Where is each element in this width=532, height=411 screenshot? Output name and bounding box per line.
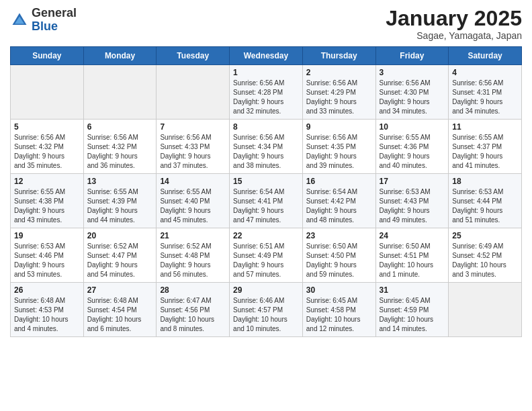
day-number: 28 xyxy=(160,285,226,295)
calendar-cell: 28Sunrise: 6:47 AM Sunset: 4:56 PM Dayli… xyxy=(157,283,230,337)
day-info: Sunrise: 6:56 AM Sunset: 4:32 PM Dayligh… xyxy=(14,133,80,171)
weekday-header: Sunday xyxy=(11,47,84,65)
day-number: 19 xyxy=(14,231,80,240)
day-number: 27 xyxy=(87,285,153,295)
day-info: Sunrise: 6:50 AM Sunset: 4:51 PM Dayligh… xyxy=(380,242,445,279)
calendar-cell: 3Sunrise: 6:56 AM Sunset: 4:30 PM Daylig… xyxy=(375,65,449,120)
day-info: Sunrise: 6:54 AM Sunset: 4:42 PM Dayligh… xyxy=(306,187,372,225)
day-number: 31 xyxy=(380,285,445,295)
day-info: Sunrise: 6:54 AM Sunset: 4:41 PM Dayligh… xyxy=(233,187,299,225)
weekday-header: Wednesday xyxy=(230,47,303,65)
logo: General Blue xyxy=(10,7,77,34)
calendar-cell: 14Sunrise: 6:55 AM Sunset: 4:40 PM Dayli… xyxy=(157,174,230,228)
weekday-header: Saturday xyxy=(449,47,522,65)
day-info: Sunrise: 6:56 AM Sunset: 4:32 PM Dayligh… xyxy=(87,133,153,171)
calendar-cell: 7Sunrise: 6:56 AM Sunset: 4:33 PM Daylig… xyxy=(157,120,230,174)
calendar-cell: 12Sunrise: 6:55 AM Sunset: 4:38 PM Dayli… xyxy=(11,174,84,228)
day-number: 18 xyxy=(452,177,518,186)
logo-icon xyxy=(10,11,29,30)
day-info: Sunrise: 6:56 AM Sunset: 4:33 PM Dayligh… xyxy=(160,133,226,171)
weekday-header: Monday xyxy=(83,47,157,65)
calendar-cell: 23Sunrise: 6:50 AM Sunset: 4:50 PM Dayli… xyxy=(302,228,375,283)
day-number: 12 xyxy=(14,177,80,186)
day-info: Sunrise: 6:56 AM Sunset: 4:35 PM Dayligh… xyxy=(306,133,372,171)
calendar-cell: 8Sunrise: 6:56 AM Sunset: 4:34 PM Daylig… xyxy=(230,120,303,174)
day-number: 7 xyxy=(160,122,226,132)
day-number: 9 xyxy=(306,122,372,132)
day-number: 8 xyxy=(233,122,299,132)
day-number: 25 xyxy=(452,231,518,240)
calendar-cell: 22Sunrise: 6:51 AM Sunset: 4:49 PM Dayli… xyxy=(230,228,303,283)
day-info: Sunrise: 6:53 AM Sunset: 4:46 PM Dayligh… xyxy=(14,242,80,279)
calendar-cell: 9Sunrise: 6:56 AM Sunset: 4:35 PM Daylig… xyxy=(302,120,375,174)
calendar-week-row: 5Sunrise: 6:56 AM Sunset: 4:32 PM Daylig… xyxy=(11,120,522,174)
day-info: Sunrise: 6:56 AM Sunset: 4:31 PM Dayligh… xyxy=(452,79,518,116)
calendar-cell xyxy=(11,65,84,120)
logo-blue-text: Blue xyxy=(32,19,58,33)
day-info: Sunrise: 6:46 AM Sunset: 4:57 PM Dayligh… xyxy=(233,296,299,334)
day-info: Sunrise: 6:55 AM Sunset: 4:39 PM Dayligh… xyxy=(87,187,153,225)
day-number: 20 xyxy=(87,231,153,240)
calendar-table: SundayMondayTuesdayWednesdayThursdayFrid… xyxy=(10,46,522,337)
day-number: 2 xyxy=(306,68,372,77)
calendar-cell: 16Sunrise: 6:54 AM Sunset: 4:42 PM Dayli… xyxy=(302,174,375,228)
day-info: Sunrise: 6:50 AM Sunset: 4:50 PM Dayligh… xyxy=(306,242,372,279)
day-number: 1 xyxy=(233,68,299,77)
calendar-cell xyxy=(449,283,522,337)
day-info: Sunrise: 6:45 AM Sunset: 4:58 PM Dayligh… xyxy=(306,296,372,334)
weekday-header: Thursday xyxy=(302,47,375,65)
calendar-cell: 20Sunrise: 6:52 AM Sunset: 4:47 PM Dayli… xyxy=(83,228,157,283)
calendar-cell: 5Sunrise: 6:56 AM Sunset: 4:32 PM Daylig… xyxy=(11,120,84,174)
day-info: Sunrise: 6:47 AM Sunset: 4:56 PM Dayligh… xyxy=(160,296,226,334)
calendar-cell: 11Sunrise: 6:55 AM Sunset: 4:37 PM Dayli… xyxy=(449,120,522,174)
day-number: 15 xyxy=(233,177,299,186)
calendar-body: 1Sunrise: 6:56 AM Sunset: 4:28 PM Daylig… xyxy=(11,65,522,337)
day-info: Sunrise: 6:55 AM Sunset: 4:36 PM Dayligh… xyxy=(380,133,445,171)
calendar-cell: 25Sunrise: 6:49 AM Sunset: 4:52 PM Dayli… xyxy=(449,228,522,283)
weekday-header: Friday xyxy=(375,47,449,65)
day-number: 24 xyxy=(380,231,445,240)
day-number: 4 xyxy=(452,68,518,77)
day-number: 14 xyxy=(160,177,226,186)
calendar-cell: 2Sunrise: 6:56 AM Sunset: 4:29 PM Daylig… xyxy=(302,65,375,120)
day-info: Sunrise: 6:56 AM Sunset: 4:29 PM Dayligh… xyxy=(306,79,372,116)
weekday-header: Tuesday xyxy=(157,47,230,65)
day-info: Sunrise: 6:56 AM Sunset: 4:28 PM Dayligh… xyxy=(233,79,299,116)
calendar-cell: 17Sunrise: 6:53 AM Sunset: 4:43 PM Dayli… xyxy=(375,174,449,228)
calendar-week-row: 19Sunrise: 6:53 AM Sunset: 4:46 PM Dayli… xyxy=(11,228,522,283)
header: General Blue January 2025 Sagae, Yamagat… xyxy=(10,7,522,41)
calendar-cell: 10Sunrise: 6:55 AM Sunset: 4:36 PM Dayli… xyxy=(375,120,449,174)
calendar-cell xyxy=(83,65,157,120)
calendar-cell: 1Sunrise: 6:56 AM Sunset: 4:28 PM Daylig… xyxy=(230,65,303,120)
calendar-header: SundayMondayTuesdayWednesdayThursdayFrid… xyxy=(11,47,522,65)
calendar-cell: 15Sunrise: 6:54 AM Sunset: 4:41 PM Dayli… xyxy=(230,174,303,228)
day-number: 10 xyxy=(380,122,445,132)
day-number: 22 xyxy=(233,231,299,240)
day-number: 6 xyxy=(87,122,153,132)
calendar-week-row: 1Sunrise: 6:56 AM Sunset: 4:28 PM Daylig… xyxy=(11,65,522,120)
day-info: Sunrise: 6:52 AM Sunset: 4:47 PM Dayligh… xyxy=(87,242,153,279)
calendar-cell: 29Sunrise: 6:46 AM Sunset: 4:57 PM Dayli… xyxy=(230,283,303,337)
calendar-week-row: 12Sunrise: 6:55 AM Sunset: 4:38 PM Dayli… xyxy=(11,174,522,228)
day-number: 16 xyxy=(306,177,372,186)
day-info: Sunrise: 6:48 AM Sunset: 4:53 PM Dayligh… xyxy=(14,296,80,334)
day-info: Sunrise: 6:51 AM Sunset: 4:49 PM Dayligh… xyxy=(233,242,299,279)
day-info: Sunrise: 6:48 AM Sunset: 4:54 PM Dayligh… xyxy=(87,296,153,334)
day-info: Sunrise: 6:56 AM Sunset: 4:34 PM Dayligh… xyxy=(233,133,299,171)
weekday-row: SundayMondayTuesdayWednesdayThursdayFrid… xyxy=(11,47,522,65)
calendar-cell: 6Sunrise: 6:56 AM Sunset: 4:32 PM Daylig… xyxy=(83,120,157,174)
day-info: Sunrise: 6:56 AM Sunset: 4:30 PM Dayligh… xyxy=(380,79,445,116)
calendar-cell: 4Sunrise: 6:56 AM Sunset: 4:31 PM Daylig… xyxy=(449,65,522,120)
day-number: 5 xyxy=(14,122,80,132)
calendar-cell: 13Sunrise: 6:55 AM Sunset: 4:39 PM Dayli… xyxy=(83,174,157,228)
calendar-cell: 27Sunrise: 6:48 AM Sunset: 4:54 PM Dayli… xyxy=(83,283,157,337)
day-info: Sunrise: 6:55 AM Sunset: 4:38 PM Dayligh… xyxy=(14,187,80,225)
day-info: Sunrise: 6:53 AM Sunset: 4:43 PM Dayligh… xyxy=(380,187,445,225)
subtitle: Sagae, Yamagata, Japan xyxy=(386,30,522,41)
day-number: 21 xyxy=(160,231,226,240)
calendar-cell: 18Sunrise: 6:53 AM Sunset: 4:44 PM Dayli… xyxy=(449,174,522,228)
day-number: 23 xyxy=(306,231,372,240)
day-info: Sunrise: 6:53 AM Sunset: 4:44 PM Dayligh… xyxy=(452,187,518,225)
calendar-container: General Blue January 2025 Sagae, Yamagat… xyxy=(0,0,532,347)
calendar-cell: 30Sunrise: 6:45 AM Sunset: 4:58 PM Dayli… xyxy=(302,283,375,337)
